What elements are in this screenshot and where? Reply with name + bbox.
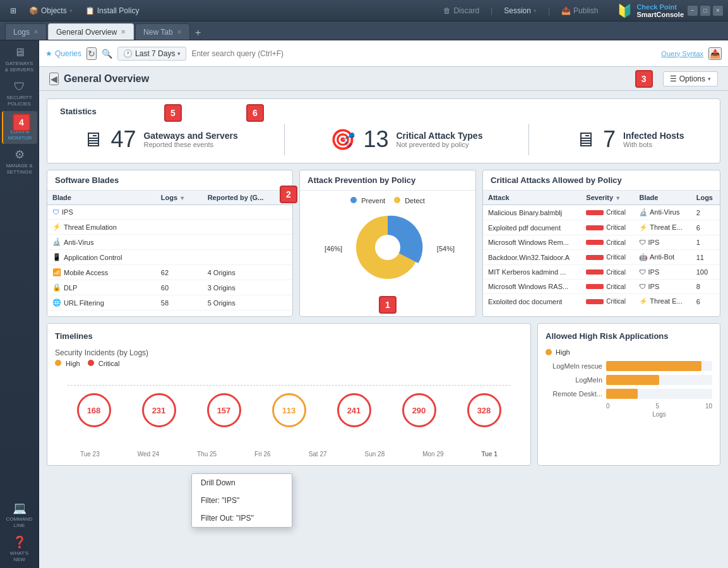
uf-icon: 🌐: [52, 299, 61, 307]
attack-severity: Critical: [581, 280, 634, 294]
publish-icon: 📤: [561, 6, 571, 15]
whatsnew-icon: ❓: [13, 536, 27, 550]
x-mon29: Mon 29: [422, 451, 443, 458]
bar-row-logmein-rescue: LogMeIn rescue: [546, 361, 712, 371]
stat-hosts: 🖥 7 Infected Hosts With bots: [575, 126, 684, 153]
blade-name: 📱 Application Control: [47, 250, 156, 265]
table-row[interactable]: Microsoft Windows RAS... Critical 🛡 IPS …: [483, 280, 720, 294]
table-row[interactable]: Exploited doc document Critical ⚡ Threat…: [483, 294, 720, 305]
attack-logs: 1: [691, 235, 720, 250]
badge-3: 3: [635, 70, 653, 88]
table-row[interactable]: 📱 Application Control: [47, 250, 292, 265]
critical-table-scroll[interactable]: Attack Severity ▼ Blade Logs Malicious B…: [483, 191, 720, 304]
query-syntax-link[interactable]: Query Syntax: [661, 50, 703, 57]
options-button[interactable]: ☰ Options ▾: [663, 71, 718, 86]
stat-divider-1: [284, 124, 285, 155]
queries-button[interactable]: ★ Queries: [45, 49, 81, 58]
blade-reported: [203, 235, 292, 250]
context-menu: Drill Down Filter: "IPS" Filter Out: "IP…: [191, 473, 292, 528]
attacks-sublabel: Not prevented by policy: [397, 141, 483, 148]
sidebar-item-manage[interactable]: ⚙ MANAGE &SETTINGS: [2, 145, 37, 178]
sidebar-item-gateways[interactable]: 🖥 GATEWAYS& SERVERS: [2, 43, 37, 76]
divider2: |: [548, 6, 550, 15]
context-filter[interactable]: Filter: "IPS": [192, 492, 292, 509]
maximize-button[interactable]: □: [700, 6, 710, 16]
time-filter-dropdown[interactable]: 🕐 Last 7 Days ▾: [117, 47, 186, 61]
session-button[interactable]: Session ▾: [499, 4, 542, 18]
attack-severity: Critical: [581, 265, 634, 280]
options-icon: ☰: [670, 74, 677, 83]
high-risk-dot: [546, 349, 552, 355]
gateways-count: 47: [110, 126, 136, 153]
blade-logs: 60: [156, 280, 203, 295]
minimize-button[interactable]: −: [688, 6, 698, 16]
pie-chart: [46%] [54%]: [350, 210, 426, 287]
col-logs[interactable]: Logs ▼: [156, 191, 203, 205]
tab-new[interactable]: New Tab ✕: [135, 23, 189, 40]
col-severity[interactable]: Severity ▼: [581, 191, 634, 205]
gateways-label: Gateways and Servers: [143, 131, 237, 141]
timeline-legend: High Critical: [55, 360, 523, 367]
blades-header-row: Blade Logs ▼ Reported by (G...: [47, 191, 292, 205]
table-row[interactable]: 🛡 IPS: [47, 205, 292, 220]
context-drill-down[interactable]: Drill Down: [192, 474, 292, 492]
publish-button[interactable]: 📤 Publish: [556, 4, 603, 18]
detect-pct-label: [54%]: [437, 245, 455, 252]
table-row[interactable]: Malicious Binary.balmblj Critical 🔬 Anti…: [483, 205, 720, 220]
tab-add-button[interactable]: +: [191, 26, 205, 40]
sidebar-item-policies[interactable]: 🛡 SECURITYPOLICIES: [2, 77, 37, 110]
panels-row: Software Blades Blade Logs ▼ Reported by…: [47, 170, 720, 317]
av-icon-small: 🔬: [639, 208, 648, 216]
sidebar-item-cmdline[interactable]: 💻 COMMANDLINE: [2, 499, 37, 531]
refresh-button[interactable]: ↻: [87, 47, 97, 60]
col-reported[interactable]: Reported by (G...: [203, 191, 292, 205]
blade-logs: 58: [156, 295, 203, 311]
objects-button[interactable]: 📦 Objects ▾: [24, 4, 78, 18]
attack-name: Microsoft Windows Rem...: [483, 235, 581, 250]
table-row[interactable]: 🔒 DLP 60 3 Origins: [47, 280, 292, 295]
context-filter-out[interactable]: Filter Out: "IPS": [192, 509, 292, 527]
export-button[interactable]: 📤: [708, 47, 722, 60]
back-button[interactable]: ◀: [49, 73, 59, 85]
col-attack[interactable]: Attack: [483, 191, 581, 205]
ma-icon: 📶: [52, 268, 61, 276]
sidebar-item-whatsnew[interactable]: ❓ WHAT'SNEW: [2, 533, 37, 565]
install-policy-button[interactable]: 📋 Install Policy: [80, 4, 145, 18]
table-row[interactable]: 📶 Mobile Access 62 4 Origins: [47, 265, 292, 280]
search-input[interactable]: [191, 49, 656, 58]
logs-sort-icon: ▼: [179, 195, 185, 201]
col-logs[interactable]: Logs: [691, 191, 720, 205]
tab-logs[interactable]: Logs ✕: [5, 23, 47, 40]
star-icon: ★: [45, 49, 52, 58]
table-row[interactable]: Backdoor.Win32.Taidoor.A Critical 🤖 Anti…: [483, 250, 720, 265]
table-row[interactable]: ⚡ Threat Emulation: [47, 220, 292, 235]
table-row[interactable]: MIT Kerberos kadmind ... Critical 🛡 IPS …: [483, 265, 720, 280]
gateways-icon: 🖥: [14, 46, 25, 60]
col-blade[interactable]: Blade: [634, 191, 691, 205]
blade-logs: [156, 205, 203, 220]
menu-button[interactable]: ⊞: [5, 4, 21, 18]
close-button[interactable]: ×: [713, 6, 723, 16]
tab-new-close[interactable]: ✕: [177, 28, 182, 35]
table-row[interactable]: 🔬 Anti-Virus: [47, 235, 292, 250]
attack-name: Malicious Binary.balmblj: [483, 205, 581, 220]
table-row[interactable]: Exploited pdf document Critical ⚡ Threat…: [483, 220, 720, 235]
detect-dot: [394, 197, 400, 203]
attack-name: MIT Kerberos kadmind ...: [483, 265, 581, 280]
table-row[interactable]: Microsoft Windows Rem... Critical 🛡 IPS …: [483, 235, 720, 250]
dashboard: Statistics 🖥 47 Gateways and Servers Rep…: [39, 91, 728, 568]
top-bar: ⊞ 📦 Objects ▾ 📋 Install Policy 🗑 Discard…: [0, 0, 728, 21]
table-row[interactable]: 🌐 URL Filtering 58 5 Origins: [47, 295, 292, 311]
time-filter-arrow: ▾: [177, 50, 181, 57]
tab-logs-close[interactable]: ✕: [33, 28, 39, 35]
bar-row-remote: Remote Deskt...: [546, 389, 712, 399]
attack-blade: ⚡ Threat E...: [634, 220, 691, 235]
tab-general-close[interactable]: ✕: [121, 28, 126, 35]
page-header: ◀ General Overview 3 ☰ Options ▾: [39, 67, 728, 91]
tab-general-overview[interactable]: General Overview ✕: [48, 23, 134, 40]
discard-button[interactable]: 🗑 Discard: [438, 4, 484, 18]
time-filter-label: Last 7 Days: [135, 49, 175, 58]
prevent-legend: Prevent: [350, 197, 385, 204]
col-blade[interactable]: Blade: [47, 191, 156, 205]
badge-4-container: 4: [13, 114, 30, 131]
